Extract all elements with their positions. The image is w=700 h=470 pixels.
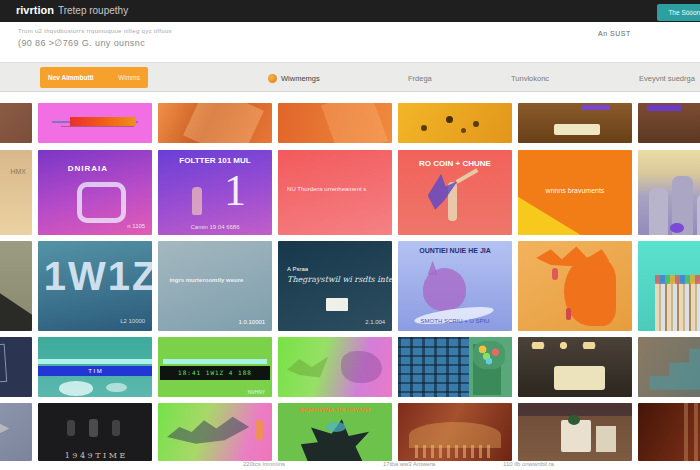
tile-r3-c6[interactable] — [638, 241, 700, 331]
tile-r4-c3[interactable] — [278, 337, 392, 397]
tile-r5-c4[interactable] — [398, 403, 512, 461]
tab-wiwmemgs[interactable]: Wiwmemgs — [262, 63, 326, 93]
tile-text: Thegraystwil wi rsdts intersogrcore — [287, 275, 392, 285]
tile-r3-c5[interactable] — [518, 241, 632, 331]
tile-r2-c5[interactable]: wnnns bravuments — [518, 150, 632, 235]
tile-r2-c0[interactable]: HMX — [0, 150, 32, 235]
tile-art — [70, 117, 136, 126]
tile-text: Camin 19 04 6686 — [158, 224, 272, 231]
tile-r2-c6[interactable] — [638, 150, 700, 235]
tile-art — [655, 282, 700, 332]
tile-r1-c0[interactable]: tall — [0, 103, 32, 143]
tile-art — [446, 116, 453, 123]
app-logo[interactable]: rivrtionTretep roupethy — [16, 4, 128, 16]
new-item-button-label: Nev Aimmbutti — [48, 74, 94, 81]
tile-r1-c1[interactable] — [38, 103, 152, 143]
tile-art — [167, 413, 249, 447]
tile-art — [183, 103, 263, 143]
tile-art — [59, 381, 93, 395]
tile-r4-c6[interactable] — [638, 337, 700, 397]
tile-art — [566, 308, 571, 320]
tile-r3-c4[interactable]: OUNTIEI NUIE HE JIASMOTH SCRIU + U SPIU — [398, 241, 512, 331]
tile-art — [568, 415, 580, 425]
tile-r4-c5[interactable] — [518, 337, 632, 397]
tile-art — [398, 337, 469, 397]
tile-art — [564, 257, 616, 325]
tile-r5-c5[interactable] — [518, 403, 632, 461]
tile-art — [61, 126, 134, 127]
tile-art — [0, 344, 7, 386]
tile-art — [649, 188, 667, 235]
page-header: Trum u2 thqvdbusturrs rrqumuquue nilleg … — [0, 22, 700, 62]
tile-art — [649, 344, 700, 390]
tile-r5-c1[interactable]: 1 9 4 9 T I M E — [38, 403, 152, 461]
tile-art — [456, 168, 479, 183]
tile-art — [192, 187, 202, 215]
logo-tagline: Tretep roupethy — [58, 5, 128, 16]
tile-art — [461, 128, 466, 133]
tile-caption: 17tba ww3 Antwera — [383, 461, 435, 467]
tile-caption: 220tcs Irimmins — [243, 461, 285, 467]
tile-r2-c2[interactable]: FOLTTER 101 MUL1Camin 19 04 6686 — [158, 150, 272, 235]
tile-r1-c5[interactable] — [518, 103, 632, 143]
header-subtitle: Trum u2 thqvdbusturrs rrqumuquue nilleg … — [18, 28, 172, 34]
tile-art — [0, 415, 9, 450]
tile-art — [77, 182, 126, 223]
tile-text: wnnns bravuments — [518, 187, 632, 195]
tab-eveyvnt-suedrga[interactable]: Eveyvnt suedrga — [633, 63, 700, 93]
tile-r4-c4[interactable] — [398, 337, 512, 397]
tile-art — [67, 420, 75, 436]
tile-text: DNIRAIA — [68, 164, 108, 174]
tile-art — [112, 420, 120, 436]
tile-r1-c3[interactable] — [278, 103, 392, 143]
new-item-button-secondary-label: Wimms — [118, 74, 140, 81]
header-right-link[interactable]: An SUST — [598, 30, 631, 37]
tile-text: RO COIN + CHUNE — [398, 159, 512, 169]
tab-tunvlokonc[interactable]: Tunvlokonc — [505, 63, 555, 93]
tile-caption: 110 ilb onwwrtbil ra — [503, 461, 554, 467]
orange-dot-icon — [268, 74, 277, 83]
top-navigation-bar: rivrtionTretep roupethy The Sóóonta — [0, 0, 700, 22]
tile-art — [421, 125, 427, 131]
tile-text: ingrs murteroomtly weure — [169, 277, 243, 284]
tile-r5-c6[interactable] — [638, 403, 700, 461]
tile-art — [326, 298, 348, 311]
tile-text: A Psraa — [287, 266, 308, 273]
tile-r4-c1[interactable]: T I M — [38, 337, 152, 397]
tile-r4-c0[interactable]: mmvs — [0, 337, 32, 397]
tile-art — [341, 351, 382, 382]
new-item-button[interactable]: Nev Aimmbutti Wimms — [40, 67, 148, 88]
tile-r1-c6[interactable] — [638, 103, 700, 143]
tile-r5-c2[interactable] — [158, 403, 272, 461]
tile-text: 18:41 1W1Z 4 188 — [160, 369, 269, 376]
tile-text: T I M — [38, 368, 152, 375]
tile-r3-c2[interactable]: ingrs murteroomtly weure1.0.10001 — [158, 241, 272, 331]
tile-art — [255, 420, 263, 440]
tab-label: Eveyvnt suedrga — [639, 74, 695, 83]
tab-label: Tunvlokonc — [511, 74, 549, 83]
tile-r3-c1[interactable]: 1W1ZL2 10000 — [38, 241, 152, 331]
tile-art — [527, 342, 600, 349]
tile-art — [326, 422, 347, 432]
tile-art — [561, 420, 591, 452]
tile-r2-c4[interactable]: RO COIN + CHUNE — [398, 150, 512, 235]
tile-r3-c3[interactable]: A PsraaThegraystwil wi rsdts intersogrco… — [278, 241, 392, 331]
tile-r2-c3[interactable]: NU Thurdens urrenheament s — [278, 150, 392, 235]
tile-r3-c0[interactable]: e — [0, 241, 32, 331]
tile-text: n 1105 — [127, 223, 145, 230]
tab-frdega[interactable]: Frdega — [402, 63, 438, 93]
tile-r1-c2[interactable] — [158, 103, 272, 143]
tile-r4-c2[interactable]: 18:41 1W1Z 4 188NVHNY — [158, 337, 272, 397]
tile-r5-c0[interactable] — [0, 403, 32, 461]
logo-bold-text: rivrtion — [16, 4, 54, 16]
signup-cta-button[interactable]: The Sóóonta — [657, 4, 700, 21]
tile-text: L2 10000 — [120, 318, 145, 325]
tile-text: 2.1.004 — [365, 319, 385, 326]
tile-r2-c1[interactable]: DNIRAIAn 1105 — [38, 150, 152, 235]
tile-r5-c3[interactable]: SOMTHYNA TIX DRYANT — [278, 403, 392, 461]
tile-art — [38, 359, 152, 364]
tile-art — [89, 419, 98, 437]
tile-r1-c4[interactable] — [398, 103, 512, 143]
tile-art — [321, 103, 388, 143]
tile-art — [428, 261, 438, 275]
